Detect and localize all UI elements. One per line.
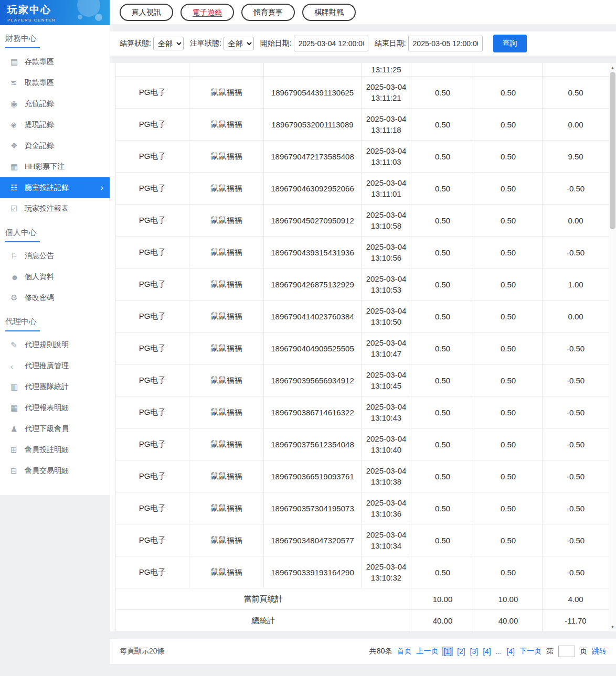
sidebar-item-member-transaction-detail[interactable]: ⊟會員交易明細 — [0, 460, 110, 481]
sidebar-item-funds-record[interactable]: ❖資金記錄 — [0, 135, 110, 156]
bet-time: 13:10:50 — [363, 316, 410, 327]
valid-bet-cell: 0.50 — [474, 460, 543, 492]
settle-status-select[interactable]: 全部 — [153, 37, 184, 50]
scroll-up-icon[interactable]: ▲ — [609, 63, 616, 71]
tab-board-games[interactable]: 棋牌對戰 — [302, 4, 356, 21]
sidebar-item-agent-rules[interactable]: ✎代理規則說明 — [0, 335, 110, 356]
page-link[interactable]: [1] — [443, 647, 452, 656]
profile-icon: ☻ — [10, 273, 25, 282]
game-cell: PG电子 — [116, 77, 189, 109]
player-cell: 鼠鼠福福 — [189, 109, 264, 141]
page-link[interactable]: [2] — [457, 647, 465, 656]
table-row: PG电子鼠鼠福福18967903480473205772025-03-0413:… — [116, 524, 609, 556]
agent-rules-icon: ✎ — [10, 340, 25, 350]
table-row: PG电子鼠鼠福福18967904049095255052025-03-0413:… — [116, 332, 609, 364]
valid-bet-cell: 0.50 — [474, 301, 543, 332]
agent-team-stats-icon: ▥ — [10, 382, 25, 392]
bet-amount-cell — [411, 63, 474, 77]
win-loss-cell — [543, 63, 609, 77]
search-button[interactable]: 查詢 — [493, 35, 527, 52]
sidebar-item-recharge-record[interactable]: ◉充值記錄 — [0, 93, 110, 114]
sidebar-item-label: 消息公告 — [25, 251, 54, 261]
next-page-link[interactable]: 下一页 — [519, 647, 541, 656]
win-loss-cell: 0.00 — [543, 205, 609, 237]
player-cell: 鼠鼠福福 — [189, 396, 264, 428]
game-cell: PG电子 — [116, 237, 189, 269]
jump-page-input[interactable] — [558, 646, 575, 657]
sidebar-item-player-bet-report[interactable]: ☑玩家投注報表 — [0, 198, 110, 219]
bet-time: 13:10:47 — [363, 348, 410, 359]
table-row: PG电子鼠鼠福福18967904721735854082025-03-0413:… — [116, 141, 609, 173]
sidebar-item-label: 廳室投註記錄 — [25, 183, 69, 192]
table-row: PG电子鼠鼠福福18967905443911306252025-03-0413:… — [116, 77, 609, 109]
bet-time: 13:10:53 — [363, 284, 410, 295]
sidebar-item-agent-team-stats[interactable]: ▥代理團隊統計 — [0, 377, 110, 398]
member-transaction-detail-icon: ⊟ — [10, 466, 25, 476]
bet-time: 13:11:01 — [363, 188, 410, 199]
win-loss-cell: -0.50 — [543, 556, 609, 588]
order-id-cell — [264, 63, 362, 77]
valid-bet-cell: 0.50 — [474, 492, 543, 524]
sidebar-item-agent-promotion[interactable]: ‹代理推廣管理 — [0, 356, 110, 377]
bet-amount-cell: 0.50 — [411, 396, 474, 428]
valid-bet-cell: 0.50 — [474, 428, 543, 460]
sidebar-item-hh-lottery-bet[interactable]: ▦HH彩票下注 — [0, 156, 110, 177]
order-id-cell: 1896790544391130625 — [264, 77, 362, 109]
sidebar-item-withdraw-area[interactable]: ≋取款專區 — [0, 72, 110, 93]
sidebar-item-agent-sub-members[interactable]: ♟代理下級會員 — [0, 419, 110, 439]
sidebar-item-label: 充值記錄 — [25, 99, 54, 109]
bet-amount-cell: 0.50 — [411, 524, 474, 556]
bet-time: 13:10:32 — [363, 572, 410, 583]
table-row: PG电子鼠鼠福福18967903573041950732025-03-0413:… — [116, 492, 609, 524]
start-date-input[interactable] — [294, 36, 368, 51]
order-status-select[interactable]: 全部 — [224, 37, 254, 50]
table-row: PG电子鼠鼠福福18967904140237603842025-03-0413:… — [116, 301, 609, 332]
sidebar-item-change-password[interactable]: ⚙修改密碼 — [0, 287, 110, 308]
agent-sub-members-icon: ♟ — [10, 424, 25, 434]
sidebar-item-announcements[interactable]: ⚐消息公告 — [0, 245, 110, 266]
win-loss-cell: -0.50 — [543, 173, 609, 205]
bet-date: 2025-03-04 — [363, 529, 410, 540]
game-cell — [116, 63, 189, 77]
prev-page-link[interactable]: 上一页 — [416, 647, 438, 656]
bet-date: 2025-03-04 — [363, 401, 410, 412]
settle-status-label: 結算狀態: — [120, 39, 151, 48]
win-loss-cell: -0.50 — [543, 332, 609, 364]
page-link[interactable]: [3] — [470, 647, 479, 656]
player-cell: 鼠鼠福福 — [189, 524, 264, 556]
bet-amount-cell: 0.50 — [411, 301, 474, 332]
tab-live-casino[interactable]: 真人視訊 — [120, 4, 173, 21]
sidebar-item-room-bet-record[interactable]: ☷廳室投註記錄› — [0, 177, 110, 198]
summary-valid-bet: 40.00 — [474, 610, 543, 631]
win-loss-cell: 0.00 — [543, 109, 609, 141]
jump-button[interactable]: 跳转 — [592, 647, 607, 656]
first-page-link[interactable]: 首页 — [397, 647, 411, 656]
page-link[interactable]: [4] — [506, 647, 515, 656]
end-date-input[interactable] — [408, 36, 483, 51]
sidebar-item-label: 代理推廣管理 — [25, 361, 69, 371]
sidebar-item-agent-report-detail[interactable]: ▦代理報表明細 — [0, 398, 110, 419]
agent-promotion-icon: ‹ — [10, 362, 25, 371]
page-ellipsis: ... — [496, 647, 502, 656]
table-row: PG电子鼠鼠福福18967903391931642902025-03-0413:… — [116, 556, 609, 588]
sidebar-item-label: 取款專區 — [25, 78, 54, 88]
sidebar-item-deposit-area[interactable]: ▤存款專區 — [0, 51, 110, 72]
time-cell: 2025-03-0413:10:58 — [362, 205, 411, 237]
tab-sports[interactable]: 體育賽事 — [241, 4, 295, 21]
sidebar-item-profile[interactable]: ☻個人資料 — [0, 266, 110, 287]
tab-electronic-games[interactable]: 電子遊藝 — [180, 4, 234, 21]
sidebar-item-label: 代理規則說明 — [25, 340, 69, 350]
hh-lottery-bet-icon: ▦ — [10, 162, 25, 171]
scroll-down-icon[interactable]: ▼ — [609, 623, 616, 631]
game-cell: PG电子 — [116, 492, 189, 524]
sidebar-item-member-bet-detail[interactable]: ⊞會員投註明細 — [0, 439, 110, 460]
bet-time: 13:10:38 — [363, 476, 410, 487]
table-scrollbar[interactable]: ▲ ▼ — [609, 63, 616, 631]
scrollbar-thumb[interactable] — [610, 72, 615, 229]
game-cell: PG电子 — [116, 141, 189, 173]
page-links: [1][2][3][4]...[4] — [443, 647, 515, 656]
start-date-label: 開始日期: — [260, 39, 292, 48]
sidebar-item-withdrawal-record[interactable]: ◈提現記錄 — [0, 114, 110, 135]
sidebar-menu: 財務中心▤存款專區≋取款專區◉充值記錄◈提現記錄❖資金記錄▦HH彩票下注☷廳室投… — [0, 34, 110, 481]
page-link[interactable]: [4] — [483, 647, 491, 656]
